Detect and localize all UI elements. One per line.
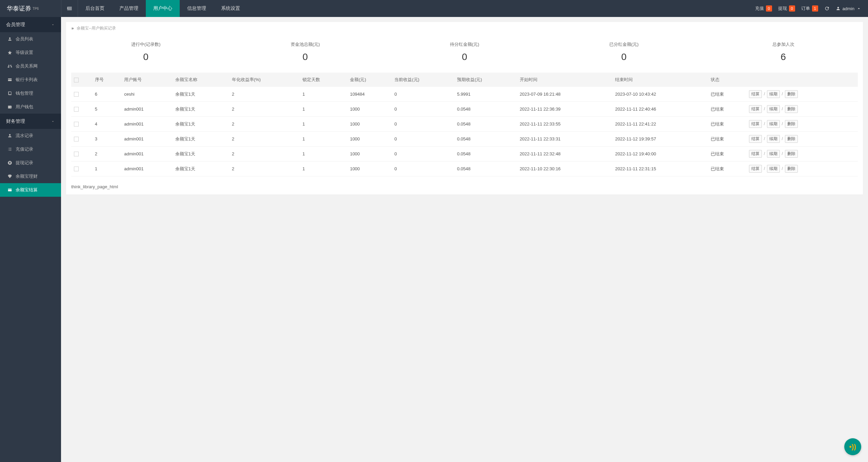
order-link[interactable]: 订单 1 [801,5,818,12]
sidebar-item-label: 等级设置 [16,50,33,56]
cell-no: 3 [92,132,122,147]
cell-exp: 0.0548 [454,161,517,176]
settle-button[interactable]: 结算 [749,120,762,128]
topnav-item-3[interactable]: 信息管理 [180,0,214,17]
row-checkbox[interactable] [74,167,79,171]
col-header-4: 年化收益率(%) [229,73,300,87]
sidebar-item-0-4[interactable]: 钱包管理 [0,86,61,100]
renew-button[interactable]: 续期 [767,135,780,143]
sidebar-item-1-1[interactable]: 充值记录 [0,142,61,156]
stat-value: 0 [66,52,225,62]
delete-button[interactable]: 删除 [785,135,798,143]
sidebar-item-0-2[interactable]: 会员关系网 [0,59,61,73]
recharge-link[interactable]: 充值 0 [755,5,772,12]
breadcrumb-text: 余额宝--用户购买记录 [77,25,116,31]
cell-cur: 0 [392,117,454,132]
renew-button[interactable]: 续期 [767,90,780,98]
withdraw-badge: 0 [789,5,795,12]
sidebar-item-0-3[interactable]: 银行卡列表 [0,73,61,86]
col-header-9: 开始时间 [517,73,613,87]
delete-button[interactable]: 删除 [785,120,798,128]
chevron-down-icon [51,119,55,123]
topbar-right: 充值 0 提现 0 订单 1 admin [755,0,868,17]
sidebar-item-label: 用户钱包 [16,104,33,110]
support-fab[interactable]: •)) [844,438,861,455]
sidebar-item-label: 会员列表 [16,36,33,42]
cell-rate: 2 [229,87,300,102]
recharge-label: 充值 [755,5,764,12]
row-checkbox[interactable] [74,92,79,97]
topnav-item-2[interactable]: 用户中心 [146,0,180,17]
cell-rate: 2 [229,132,300,147]
sidebar-item-label: 流水记录 [16,133,33,139]
user-dropdown[interactable]: admin [836,6,861,11]
breadcrumb-icon [71,26,75,31]
user-name: admin [843,6,854,11]
refresh-icon[interactable] [824,6,830,11]
cell-end: 2022-11-12 19:40:00 [612,147,708,161]
brand-sup: TP6 [33,7,39,11]
action-separator: / [781,91,784,96]
row-checkbox[interactable] [74,137,79,141]
settle-button[interactable]: 结算 [749,90,762,98]
cell-exp: 0.0548 [454,147,517,161]
sidebar-item-1-4[interactable]: 余额宝结算 [0,183,61,197]
cell-lock: 1 [300,132,347,147]
sidebar-item-1-0[interactable]: 流水记录 [0,129,61,142]
cell-amount: 1000 [347,147,392,161]
sidebar-item-0-5[interactable]: 用户钱包 [0,100,61,114]
cell-actions: 结算 / 续期 / 删除 [746,161,858,176]
renew-button[interactable]: 续期 [767,150,780,158]
cell-end: 2022-11-11 22:40:46 [612,102,708,117]
settle-button[interactable]: 结算 [749,165,762,173]
settle-button[interactable]: 结算 [749,135,762,143]
renew-button[interactable]: 续期 [767,120,780,128]
col-header-8: 预期收益(元) [454,73,517,87]
menu-icon [66,5,73,12]
delete-button[interactable]: 删除 [785,90,798,98]
col-header-6: 金额(元) [347,73,392,87]
renew-button[interactable]: 续期 [767,165,780,173]
topnav-item-4[interactable]: 系统设置 [214,0,248,17]
stat-2: 待分红金额(元)0 [385,41,544,62]
sidebar-item-1-3[interactable]: 余额宝理财 [0,170,61,183]
sidebar-group-label: 财务管理 [6,118,25,124]
sidebar-group-1[interactable]: 财务管理 [0,114,61,129]
row-checkbox[interactable] [74,107,79,112]
action-separator: / [781,166,784,171]
topnav-item-0[interactable]: 后台首页 [78,0,112,17]
table-wrap: 序号用户账号余额宝名称年化收益率(%)锁定天数金额(元)当前收益(元)预期收益(… [66,73,863,181]
stats-row: 进行中(记录数)0资金池总额(元)0待分红金额(元)0已分红金额(元)0总参加人… [66,35,863,73]
main-card: 余额宝--用户购买记录 进行中(记录数)0资金池总额(元)0待分红金额(元)0已… [66,22,863,194]
settle-button[interactable]: 结算 [749,150,762,158]
sidebar-item-0-0[interactable]: 会员列表 [0,32,61,46]
row-checkbox[interactable] [74,152,79,156]
cell-actions: 结算 / 续期 / 删除 [746,102,858,117]
renew-button[interactable]: 续期 [767,105,780,113]
sidebar-item-0-1[interactable]: 等级设置 [0,46,61,59]
settle-button[interactable]: 结算 [749,105,762,113]
cell-start: 2022-11-11 22:32:48 [517,147,613,161]
action-separator: / [763,151,766,156]
cell-end: 2023-07-10 10:43:42 [612,87,708,102]
delete-button[interactable]: 删除 [785,105,798,113]
person-icon [7,37,12,41]
delete-button[interactable]: 删除 [785,150,798,158]
cell-user: admin001 [121,117,173,132]
cell-cur: 0 [392,132,454,147]
content-area: 余额宝--用户购买记录 进行中(记录数)0资金池总额(元)0待分红金额(元)0已… [61,17,868,462]
select-all-checkbox[interactable] [74,78,79,82]
topnav-item-1[interactable]: 产品管理 [112,0,146,17]
cell-exp: 0.0548 [454,102,517,117]
cell-actions: 结算 / 续期 / 删除 [746,132,858,147]
withdraw-link[interactable]: 提现 0 [778,5,795,12]
row-checkbox[interactable] [74,122,79,127]
users-icon [7,64,12,69]
sidebar-group-0[interactable]: 会员管理 [0,17,61,32]
brand[interactable]: 华泰证券 TP6 [0,0,61,17]
cell-cur: 0 [392,161,454,176]
sidebar-item-1-2[interactable]: 提现记录 [0,156,61,170]
sidebar-toggle-button[interactable] [61,0,78,17]
table-body: 6ceshi余额宝1天2110948405.99912023-07-09 16:… [71,87,858,176]
delete-button[interactable]: 删除 [785,165,798,173]
